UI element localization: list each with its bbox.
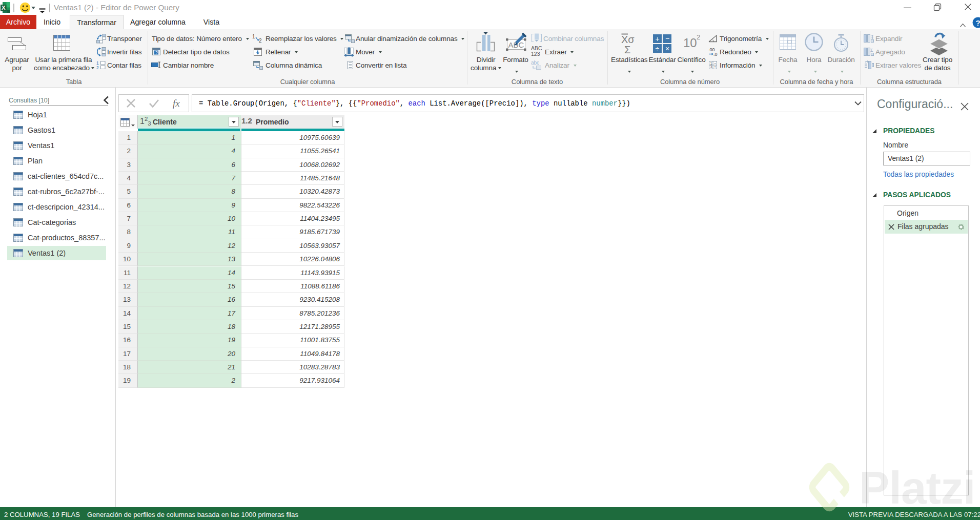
svg-text:2: 2 bbox=[96, 65, 99, 70]
svg-text:3: 3 bbox=[710, 65, 712, 69]
svg-text:?: ? bbox=[155, 50, 158, 55]
svg-text:.0: .0 bbox=[713, 52, 718, 56]
svg-text:1: 1 bbox=[252, 34, 255, 39]
svg-text:Σ: Σ bbox=[624, 44, 630, 55]
svg-text:2: 2 bbox=[697, 33, 700, 41]
svg-text:2: 2 bbox=[259, 38, 262, 43]
svg-text:abc: abc bbox=[531, 60, 539, 66]
svg-text:10: 10 bbox=[683, 36, 697, 50]
svg-text:?: ? bbox=[976, 18, 980, 27]
svg-text:×: × bbox=[665, 45, 669, 53]
svg-text:÷: ÷ bbox=[656, 45, 660, 53]
svg-text:+: + bbox=[714, 65, 716, 69]
svg-text:X: X bbox=[2, 5, 6, 11]
svg-text:fx: fx bbox=[173, 98, 180, 109]
svg-text:123: 123 bbox=[531, 51, 540, 57]
svg-text:−: − bbox=[714, 61, 716, 65]
svg-text:+: + bbox=[656, 35, 660, 43]
svg-text:Xσ: Xσ bbox=[621, 34, 635, 45]
svg-text:Σ: Σ bbox=[870, 48, 873, 53]
svg-text:−: − bbox=[665, 34, 669, 43]
svg-text:1: 1 bbox=[710, 61, 712, 65]
